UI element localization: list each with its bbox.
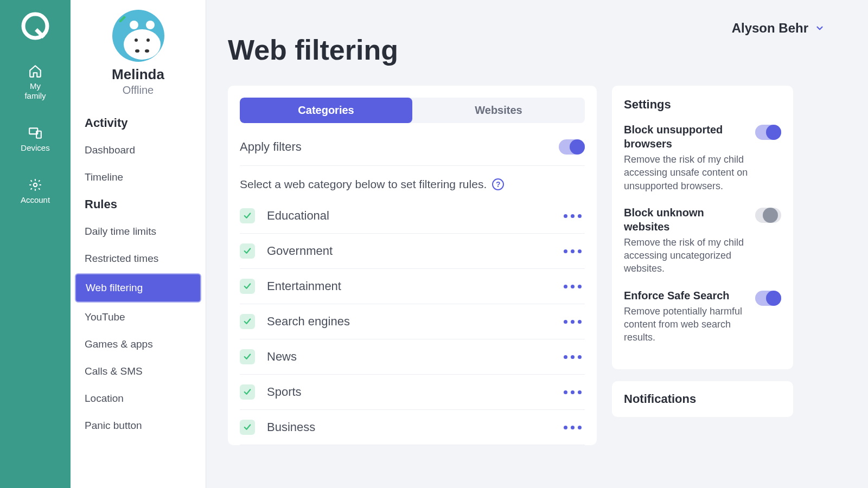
rail-item-devices[interactable]: Devices [21,121,49,157]
rail-item-label: My family [24,81,46,101]
category-row[interactable]: Entertainment [240,269,585,304]
category-check-icon [240,208,255,223]
svg-point-9 [146,38,150,42]
nav-heading-rules: Rules [71,191,206,218]
main-content: Web filtering Alyson Behr Categories Web… [206,0,868,488]
notifications-card: Notifications [612,381,793,417]
sidebar-nav: Activity Dashboard Timeline Rules Daily … [71,104,206,439]
category-more-icon[interactable] [560,317,585,327]
setting-toggle[interactable] [755,291,781,306]
category-name: Sports [267,385,302,399]
page-title: Web filtering [228,34,398,66]
category-row[interactable]: Business [240,410,585,445]
category-row[interactable]: Search engines [240,304,585,339]
category-more-icon[interactable] [560,422,585,433]
category-name: Entertainment [267,279,341,293]
category-check-icon [240,314,255,329]
nav-item-daily-time-limits[interactable]: Daily time limits [71,218,206,245]
nav-item-web-filtering[interactable]: Web filtering [75,273,201,303]
profile-block: Melinda Offline [71,0,206,104]
profile-status: Offline [123,84,154,97]
apply-filters-toggle[interactable] [559,139,585,155]
category-check-icon [240,243,255,259]
setting-title: Enforce Safe Search [624,288,750,303]
app-logo [20,11,50,43]
settings-list: Block unsupported browsers Remove the ri… [624,123,781,344]
profile-name: Melinda [112,66,164,83]
rail-item-my-family[interactable]: My family [24,60,46,105]
edit-icon[interactable] [118,13,129,24]
categories-list: Educational Government Entertainment Sea… [240,198,585,445]
tab-categories[interactable]: Categories [240,98,412,123]
setting-description: Remove potentially harmful content from … [624,305,750,344]
categories-card: Categories Websites Apply filters Select… [228,86,597,445]
category-check-icon [240,349,255,364]
gear-icon [28,178,42,192]
category-more-icon[interactable] [560,211,585,221]
svg-point-8 [135,38,138,42]
category-more-icon[interactable] [560,281,585,292]
category-name: Educational [267,209,329,223]
left-rail: My family Devices Account [0,0,71,488]
user-menu[interactable]: Alyson Behr [732,21,825,36]
right-column: Settings Block unsupported browsers Remo… [612,86,793,445]
avatar[interactable] [112,10,164,62]
setting-toggle[interactable] [755,125,781,140]
setting-item: Block unknown websites Remove the risk o… [624,206,781,275]
category-check-icon [240,420,255,435]
setting-title: Block unsupported browsers [624,123,750,151]
svg-point-4 [34,183,37,187]
category-name: Government [267,244,333,258]
nav-item-restricted-times[interactable]: Restricted times [71,245,206,272]
nav-item-games-apps[interactable]: Games & apps [71,331,206,358]
svg-point-6 [130,21,138,29]
tab-websites[interactable]: Websites [412,98,585,123]
category-row[interactable]: Sports [240,375,585,410]
help-text: Select a web category below to set filte… [240,178,487,191]
chevron-down-icon [815,23,825,33]
setting-description: Remove the risk of my child accessing un… [624,153,750,192]
help-row: Select a web category below to set filte… [240,166,585,198]
category-more-icon[interactable] [560,246,585,256]
rail-item-label: Devices [21,143,49,153]
category-row[interactable]: News [240,339,585,375]
home-icon [28,64,42,78]
nav-item-location[interactable]: Location [71,385,206,412]
settings-heading: Settings [624,98,781,112]
apply-filters-label: Apply filters [240,140,302,154]
category-more-icon[interactable] [560,387,585,397]
setting-description: Remove the risk of my child accessing un… [624,236,750,275]
setting-item: Block unsupported browsers Remove the ri… [624,123,781,192]
svg-point-5 [124,29,161,60]
category-row[interactable]: Government [240,234,585,269]
nav-heading-activity: Activity [71,110,206,137]
sidebar: Melinda Offline Activity Dashboard Timel… [71,0,206,488]
user-menu-name: Alyson Behr [732,21,808,36]
apply-filters-row: Apply filters [240,136,585,166]
category-name: Business [267,420,315,434]
setting-toggle[interactable] [755,208,781,223]
svg-point-10 [135,49,139,53]
nav-item-dashboard[interactable]: Dashboard [71,137,206,164]
rail-item-label: Account [21,195,50,205]
nav-item-calls-sms[interactable]: Calls & SMS [71,358,206,385]
settings-card: Settings Block unsupported browsers Remo… [612,86,793,369]
help-icon[interactable]: ? [492,178,504,190]
category-check-icon [240,279,255,294]
svg-point-11 [145,49,149,53]
nav-item-timeline[interactable]: Timeline [71,164,206,191]
devices-icon [28,126,42,140]
setting-item: Enforce Safe Search Remove potentially h… [624,288,781,344]
notifications-heading: Notifications [624,392,781,406]
tabs: Categories Websites [240,98,585,123]
rail-item-account[interactable]: Account [21,174,50,209]
category-name: Search engines [267,314,350,329]
svg-point-7 [146,21,155,29]
category-name: News [267,350,297,364]
category-more-icon[interactable] [560,352,585,362]
nav-item-panic-button[interactable]: Panic button [71,412,206,439]
category-check-icon [240,384,255,400]
category-row[interactable]: Educational [240,198,585,234]
setting-title: Block unknown websites [624,206,750,234]
nav-item-youtube[interactable]: YouTube [71,304,206,331]
